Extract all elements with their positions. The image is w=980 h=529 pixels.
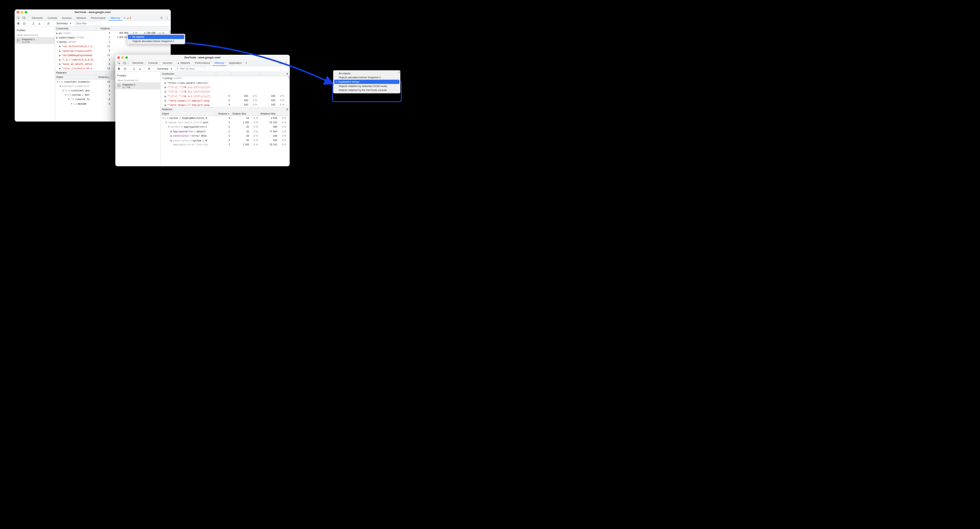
disclosure-triangle-icon[interactable]: ▼: [165, 121, 167, 124]
tab-sources[interactable]: Sources: [161, 60, 175, 66]
disclosure-triangle-icon[interactable]: ▼: [59, 85, 61, 88]
disclosure-triangle-icon[interactable]: ▼: [162, 117, 164, 120]
constructor-row[interactable]: ▶ "var K=function(b,r,e11: [55, 44, 171, 49]
kebab-menu-icon[interactable]: [284, 60, 288, 65]
col-distance[interactable]: [216, 72, 231, 76]
col-retained[interactable]: ▼: [261, 72, 290, 76]
scrollbar-thumb[interactable]: [169, 31, 170, 33]
retainers-menu-icon[interactable]: [286, 108, 289, 111]
minimize-window-button[interactable]: [121, 56, 124, 59]
col-distance2[interactable]: Distance▲: [96, 75, 111, 79]
inspect-element-icon[interactable]: [116, 60, 121, 65]
maximize-window-button[interactable]: [25, 11, 27, 13]
disclosure-triangle-icon[interactable]: ▶: [165, 103, 167, 106]
clear-icon[interactable]: [123, 66, 127, 71]
dropdown-item-all-objects[interactable]: All objects: [128, 35, 184, 39]
constructor-row[interactable]: ▶ "^(?:([ ^:/?#.]+):)?(?:\/\/(?:: [161, 89, 290, 94]
retainer-row[interactable]: ▶ AggregateError in Object1200 %77 9041 …: [161, 129, 290, 133]
tab-network[interactable]: ▲ Network: [175, 60, 192, 66]
retainer-row[interactable]: aggregate_error_function 31 1960 %25 192…: [161, 143, 290, 147]
disclosure-triangle-icon[interactable]: ▼: [162, 77, 164, 80]
disclosure-triangle-icon[interactable]: ▶: [165, 99, 167, 102]
dropdown-item-before-snapshot[interactable]: Objects allocated before Snapshot 1: [334, 75, 399, 80]
tab-performance[interactable]: Performance: [193, 60, 212, 66]
retainer-row[interactable]: ▶ constructor in Error @5413280 %1480 %: [161, 134, 290, 138]
import-icon[interactable]: [37, 21, 42, 26]
inspect-element-icon[interactable]: [16, 15, 21, 20]
constructor-row[interactable]: ▶ "^(?:([ ^:/?#.]+):)?(?:\/\/(?:: [161, 85, 290, 89]
disclosure-triangle-icon[interactable]: ▶: [170, 139, 173, 142]
disclosure-triangle-icon[interactable]: ▶: [165, 90, 167, 93]
clear-icon[interactable]: [22, 21, 27, 26]
tab-memory[interactable]: Memory: [213, 60, 226, 66]
dropdown-item-duplicated-strings[interactable]: Duplicated strings: [334, 80, 399, 84]
tab-network[interactable]: Network: [74, 15, 88, 21]
disclosure-triangle-icon[interactable]: ▶: [165, 86, 167, 89]
tab-elements[interactable]: Elements: [30, 15, 45, 21]
view-select[interactable]: Summary ▼: [55, 21, 73, 26]
tab-application[interactable]: Application: [227, 60, 244, 66]
disclosure-triangle-icon[interactable]: ▶: [170, 130, 173, 133]
close-window-button[interactable]: [17, 11, 19, 13]
snapshot-item[interactable]: Snapshot 1 11.7 MB: [115, 82, 160, 89]
disclosure-triangle-icon[interactable]: ▼: [62, 89, 64, 92]
col-object[interactable]: Object: [161, 111, 216, 116]
tab-performance[interactable]: Performance: [89, 15, 108, 21]
col-shallow2[interactable]: Shallow Size: [231, 111, 259, 116]
constructor-row[interactable]: ▶ "quantum/t7xgIe/ws9Tl9: [55, 49, 171, 53]
record-icon[interactable]: [116, 66, 121, 71]
more-tabs-button[interactable]: »: [245, 62, 247, 65]
export-icon[interactable]: [132, 66, 136, 71]
scrollbar-thumb[interactable]: [288, 76, 290, 79]
disclosure-triangle-icon[interactable]: ▼: [56, 80, 58, 83]
settings-gear-icon[interactable]: [159, 15, 164, 20]
disclosure-triangle-icon[interactable]: ▶: [56, 32, 58, 35]
disclosure-triangle-icon[interactable]: ▶: [59, 49, 61, 52]
col-constructor[interactable]: Constructor: [161, 72, 216, 76]
export-icon[interactable]: [31, 21, 35, 26]
import-icon[interactable]: [138, 66, 143, 71]
retainer-row[interactable]: ▶ constructor in system / M3400 %1040 %: [161, 138, 290, 143]
col-distance2[interactable]: Distance▲: [216, 111, 231, 116]
constructor-row[interactable]: ▼ (string) ×31694: [161, 76, 290, 81]
disclosure-triangle-icon[interactable]: ▶: [59, 54, 61, 57]
record-icon[interactable]: [16, 21, 21, 26]
kebab-menu-icon[interactable]: [165, 15, 169, 20]
dropdown-item-devtools-console[interactable]: Objects retained by the DevTools console: [334, 88, 399, 92]
dropdown-item-before-snapshot[interactable]: Objects allocated before Snapshot 1: [128, 39, 184, 43]
disclosure-triangle-icon[interactable]: ▶: [59, 62, 61, 65]
device-toolbar-icon[interactable]: [21, 15, 26, 20]
col-shallow[interactable]: [231, 72, 261, 76]
maximize-window-button[interactable]: [126, 56, 128, 59]
constructor-row[interactable]: ▶ "https://www.google.com/xjs/_: [161, 81, 290, 85]
col-shallow[interactable]: [111, 27, 141, 31]
garbage-collect-icon[interactable]: [147, 66, 152, 71]
disclosure-triangle-icon[interactable]: ▶: [56, 36, 58, 39]
objects-filter-dropdown-b[interactable]: All objects Objects allocated before Sna…: [333, 70, 401, 94]
view-select[interactable]: Summary ▼: [156, 66, 174, 71]
col-retained[interactable]: [141, 27, 171, 31]
close-window-button[interactable]: [118, 56, 120, 59]
tab-console[interactable]: Console: [46, 15, 59, 21]
snapshot-item[interactable]: Snapshot 1 15.8 MB: [15, 37, 55, 44]
col-retained2[interactable]: Retained Size: [259, 111, 290, 116]
disclosure-triangle-icon[interactable]: ▶: [165, 81, 167, 84]
retainer-row[interactable]: ▼ context in AggregateError()2320 %4080 …: [161, 125, 290, 129]
tab-console[interactable]: Console: [146, 60, 160, 66]
objects-filter-dropdown-a[interactable]: All objects Objects allocated before Sna…: [127, 34, 185, 44]
disclosure-triangle-icon[interactable]: ▼: [56, 41, 58, 43]
disclosure-triangle-icon[interactable]: ▶: [59, 44, 61, 48]
tab-elements[interactable]: Elements: [130, 60, 145, 66]
device-toolbar-icon[interactable]: [122, 60, 127, 65]
more-tabs-button[interactable]: »: [123, 16, 126, 19]
retainer-row[interactable]: ▼ regexp_last_match_info in syst31 1960 …: [161, 121, 290, 125]
tab-sources[interactable]: Sources: [60, 15, 74, 21]
dropdown-item-all-objects[interactable]: All objects: [334, 71, 399, 75]
col-distance[interactable]: Distance: [96, 27, 111, 31]
constructor-row[interactable]: ▶ "^data:image\/(?:bmp|gif|jpeg41000 %10…: [161, 103, 290, 107]
disclosure-triangle-icon[interactable]: ▼: [70, 102, 73, 105]
constructor-row[interactable]: ▶ "^(?:([ ^:/?#.]+):)?(?:\/\/(?:51000 %1…: [161, 94, 290, 98]
disclosure-triangle-icon[interactable]: ▶: [59, 67, 61, 70]
warnings-badge[interactable]: ▲ 2: [127, 16, 131, 19]
constructor-row[interactable]: ▶ "^data:image\/(?:bmp|gif|jpeg61000 %10…: [161, 98, 290, 103]
